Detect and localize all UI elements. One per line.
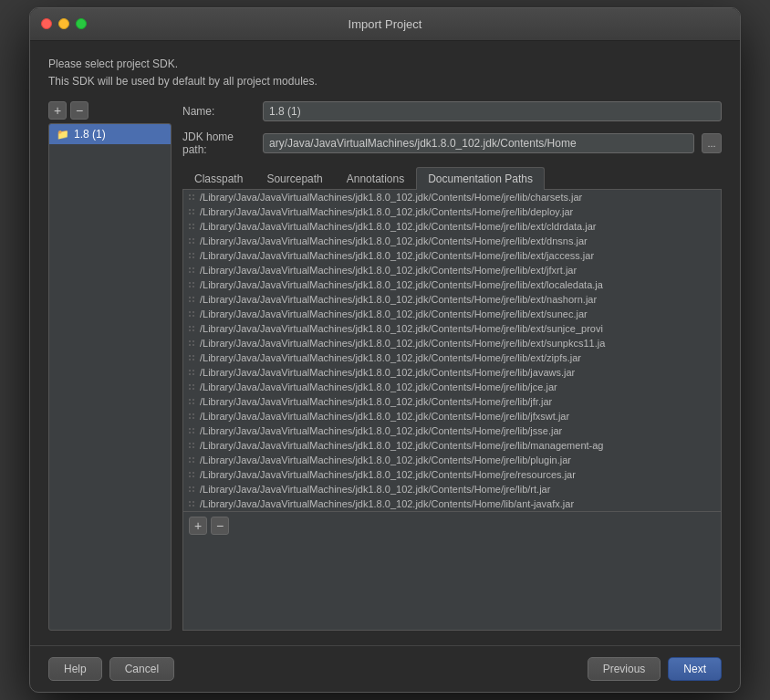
add-file-button[interactable]: + <box>189 517 207 535</box>
tabs: Classpath Sourcepath Annotations Documen… <box>182 167 722 190</box>
drag-handle-icon <box>189 282 194 287</box>
drag-handle-icon <box>189 253 194 258</box>
list-item[interactable]: /Library/Java/JavaVirtualMachines/jdk1.8… <box>183 453 721 467</box>
drag-handle-icon <box>189 340 194 346</box>
list-item[interactable]: /Library/Java/JavaVirtualMachines/jdk1.8… <box>183 190 721 204</box>
drag-handle-icon <box>189 428 194 434</box>
sdk-list[interactable]: 📁 1.8 (1) <box>48 123 172 631</box>
list-item[interactable]: /Library/Java/JavaVirtualMachines/jdk1.8… <box>183 467 721 482</box>
drag-handle-icon <box>189 472 194 477</box>
drag-handle-icon <box>189 355 194 360</box>
file-path: /Library/Java/JavaVirtualMachines/jdk1.8… <box>200 323 603 334</box>
drag-handle-icon <box>189 238 194 244</box>
drag-handle-icon <box>189 413 194 419</box>
drag-handle-icon <box>189 224 194 229</box>
file-path: /Library/Java/JavaVirtualMachines/jdk1.8… <box>200 250 594 261</box>
name-label: Name: <box>182 105 255 118</box>
sdk-item-label: 1.8 (1) <box>74 128 106 141</box>
list-item[interactable]: /Library/Java/JavaVirtualMachines/jdk1.8… <box>183 350 721 365</box>
jdk-label: JDK home path: <box>182 131 255 156</box>
main-area: + − 📁 1.8 (1) Name: JDK home path: <box>48 101 722 631</box>
file-path: /Library/Java/JavaVirtualMachines/jdk1.8… <box>200 411 569 422</box>
list-item[interactable]: /Library/Java/JavaVirtualMachines/jdk1.8… <box>183 423 721 438</box>
file-path: /Library/Java/JavaVirtualMachines/jdk1.8… <box>200 440 603 451</box>
file-path: /Library/Java/JavaVirtualMachines/jdk1.8… <box>200 396 552 407</box>
list-item[interactable]: /Library/Java/JavaVirtualMachines/jdk1.8… <box>183 482 721 496</box>
content-area: Please select project SDK. This SDK will… <box>30 41 740 645</box>
files-list: /Library/Java/JavaVirtualMachines/jdk1.8… <box>183 190 721 511</box>
remove-file-button[interactable]: − <box>211 517 229 535</box>
file-path: /Library/Java/JavaVirtualMachines/jdk1.8… <box>200 279 603 290</box>
add-sdk-button[interactable]: + <box>48 101 67 120</box>
list-item[interactable]: /Library/Java/JavaVirtualMachines/jdk1.8… <box>183 277 721 292</box>
remove-sdk-button[interactable]: − <box>70 101 88 120</box>
list-item[interactable]: /Library/Java/JavaVirtualMachines/jdk1.8… <box>183 394 721 409</box>
list-item[interactable]: /Library/Java/JavaVirtualMachines/jdk1.8… <box>183 336 721 350</box>
list-item[interactable]: /Library/Java/JavaVirtualMachines/jdk1.8… <box>183 438 721 453</box>
list-item[interactable]: /Library/Java/JavaVirtualMachines/jdk1.8… <box>183 365 721 380</box>
file-path: /Library/Java/JavaVirtualMachines/jdk1.8… <box>200 454 571 465</box>
drag-handle-icon <box>189 399 194 404</box>
maximize-button[interactable] <box>76 18 87 29</box>
left-panel: + − 📁 1.8 (1) <box>48 101 172 631</box>
file-path: /Library/Java/JavaVirtualMachines/jdk1.8… <box>200 338 605 349</box>
close-button[interactable] <box>41 18 52 29</box>
file-path: /Library/Java/JavaVirtualMachines/jdk1.8… <box>200 352 581 363</box>
drag-handle-icon <box>189 297 194 302</box>
drag-handle-icon <box>189 486 194 492</box>
file-path: /Library/Java/JavaVirtualMachines/jdk1.8… <box>200 469 576 480</box>
file-path: /Library/Java/JavaVirtualMachines/jdk1.8… <box>200 192 582 203</box>
bottom-right-buttons: Previous Next <box>588 657 722 681</box>
list-item[interactable]: /Library/Java/JavaVirtualMachines/jdk1.8… <box>183 263 721 277</box>
list-item[interactable]: /Library/Java/JavaVirtualMachines/jdk1.8… <box>183 496 721 511</box>
list-item[interactable]: /Library/Java/JavaVirtualMachines/jdk1.8… <box>183 409 721 423</box>
sdk-item[interactable]: 📁 1.8 (1) <box>49 124 171 144</box>
files-toolbar: + − <box>183 511 721 539</box>
list-item[interactable]: /Library/Java/JavaVirtualMachines/jdk1.8… <box>183 234 721 248</box>
file-path: /Library/Java/JavaVirtualMachines/jdk1.8… <box>200 294 597 305</box>
drag-handle-icon <box>189 209 194 214</box>
list-item[interactable]: /Library/Java/JavaVirtualMachines/jdk1.8… <box>183 292 721 307</box>
file-path: /Library/Java/JavaVirtualMachines/jdk1.8… <box>200 235 588 246</box>
cancel-button[interactable]: Cancel <box>109 657 174 681</box>
jdk-path-display: ary/Java/JavaVirtualMachines/jdk1.8.0_10… <box>263 133 694 153</box>
browse-button[interactable]: ... <box>702 133 722 153</box>
tab-classpath[interactable]: Classpath <box>182 167 255 190</box>
traffic-lights <box>41 18 87 29</box>
list-item[interactable]: /Library/Java/JavaVirtualMachines/jdk1.8… <box>183 248 721 263</box>
file-path: /Library/Java/JavaVirtualMachines/jdk1.8… <box>200 265 577 276</box>
drag-handle-icon <box>189 457 194 463</box>
list-item[interactable]: /Library/Java/JavaVirtualMachines/jdk1.8… <box>183 307 721 321</box>
window-title: Import Project <box>349 17 422 31</box>
file-path: /Library/Java/JavaVirtualMachines/jdk1.8… <box>200 425 562 436</box>
minimize-button[interactable] <box>58 18 69 29</box>
right-panel: Name: JDK home path: ary/Java/JavaVirtua… <box>182 101 722 631</box>
bottom-left-buttons: Help Cancel <box>48 657 174 681</box>
drag-handle-icon <box>189 443 194 448</box>
name-row: Name: <box>182 101 722 121</box>
description: Please select project SDK. This SDK will… <box>48 56 722 90</box>
file-path: /Library/Java/JavaVirtualMachines/jdk1.8… <box>200 308 588 319</box>
list-item[interactable]: /Library/Java/JavaVirtualMachines/jdk1.8… <box>183 380 721 394</box>
list-item[interactable]: /Library/Java/JavaVirtualMachines/jdk1.8… <box>183 204 721 219</box>
description-line1: Please select project SDK. <box>48 56 722 73</box>
help-button[interactable]: Help <box>48 657 102 681</box>
name-input[interactable] <box>263 101 722 121</box>
description-line2: This SDK will be used by default by all … <box>48 73 722 90</box>
tab-documentation-paths[interactable]: Documentation Paths <box>416 167 545 190</box>
tab-sourcepath[interactable]: Sourcepath <box>255 167 334 190</box>
next-button[interactable]: Next <box>668 657 722 681</box>
bottom-bar: Help Cancel Previous Next <box>30 645 740 692</box>
list-item[interactable]: /Library/Java/JavaVirtualMachines/jdk1.8… <box>183 219 721 234</box>
drag-handle-icon <box>189 311 194 317</box>
file-path: /Library/Java/JavaVirtualMachines/jdk1.8… <box>200 367 575 378</box>
list-item[interactable]: /Library/Java/JavaVirtualMachines/jdk1.8… <box>183 321 721 336</box>
titlebar: Import Project <box>30 8 740 41</box>
previous-button[interactable]: Previous <box>588 657 661 681</box>
tab-annotations[interactable]: Annotations <box>335 167 416 190</box>
left-toolbar: + − <box>48 101 172 120</box>
drag-handle-icon <box>189 326 194 331</box>
import-project-window: Import Project Please select project SDK… <box>29 7 741 693</box>
file-path: /Library/Java/JavaVirtualMachines/jdk1.8… <box>200 381 557 392</box>
sdk-folder-icon: 📁 <box>57 129 69 141</box>
